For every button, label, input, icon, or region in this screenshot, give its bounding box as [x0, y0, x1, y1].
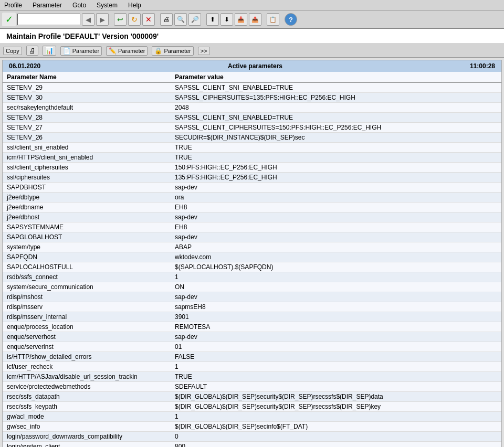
param-name-cell: system/secure_communication [3, 282, 171, 292]
table-row[interactable]: SAPFQDNwktodev.com [3, 252, 501, 262]
menu-goto[interactable]: Goto [70, 1, 88, 9]
table-row[interactable]: system/secure_communicationON [3, 282, 501, 292]
table-row[interactable]: rsec/ssfs_keypath$(DIR_GLOBAL)$(DIR_SEP)… [3, 402, 501, 412]
table-row[interactable]: ssl/client_sni_enabledTRUE [3, 143, 501, 153]
command-input[interactable] [17, 14, 80, 25]
table-row[interactable]: icm/HTTPS/client_sni_enabledTRUE [3, 153, 501, 163]
table-row[interactable]: gw/acl_mode1 [3, 412, 501, 422]
table-row[interactable]: icm/HTTP/ASJava/disable_url_session_trac… [3, 372, 501, 382]
param-name-cell: gw/sec_info [3, 422, 171, 432]
param-name-cell: icm/HTTPS/client_sni_enabled [3, 153, 171, 163]
find1-button[interactable]: 🔍 [174, 13, 187, 26]
param-value-cell: 3901 [171, 312, 501, 322]
param-value-cell: SDEFAULT [171, 382, 501, 392]
param-icon2: ✏️ [109, 47, 117, 55]
table-row[interactable]: rsec/ssfs_datapath$(DIR_GLOBAL)$(DIR_SEP… [3, 392, 501, 402]
upload-button[interactable]: ⬆ [206, 13, 219, 26]
parameter-btn1[interactable]: 📄 Parameter [60, 46, 102, 56]
table-row[interactable]: ssl/ciphersuites135:PFS:HIGH::EC_P256:EC… [3, 173, 501, 183]
table-row[interactable]: j2ee/dbhostsap-dev [3, 212, 501, 222]
param-value-cell: $(DIR_GLOBAL)$(DIR_SEP)secinfo$(FT_DAT) [171, 422, 501, 432]
table-row[interactable]: enque/serverhostsap-dev [3, 332, 501, 342]
bookmark-button[interactable]: 📋 [267, 13, 279, 26]
param-value-cell: 150:PFS:HIGH::EC_P256:EC_HIGH [171, 163, 501, 173]
param-name-cell: SAPDBHOST [3, 183, 171, 193]
param-value-cell: SECUDIR=$(DIR_INSTANCE)$(DIR_SEP)sec [171, 133, 501, 143]
more-button[interactable]: >> [198, 47, 210, 55]
menu-parameter[interactable]: Parameter [30, 1, 64, 9]
table-row[interactable]: ssl/client_ciphersuites150:PFS:HIGH::EC_… [3, 163, 501, 173]
param-name-cell: SAPLOCALHOSTFULL [3, 262, 171, 272]
copy-button[interactable]: Copy [3, 47, 22, 55]
action-btn3[interactable]: 📊 [43, 46, 56, 56]
parameter-table: Parameter Name Parameter value SETENV_29… [3, 72, 501, 447]
table-row[interactable]: SAPDBHOSTsap-dev [3, 183, 501, 193]
table-row[interactable]: is/HTTP/show_detailed_errorsFALSE [3, 352, 501, 362]
action-bar: Copy 🖨 📊 📄 Parameter ✏️ Parameter 🔒 Para… [0, 44, 504, 58]
table-row[interactable]: j2ee/dbtypeora [3, 193, 501, 203]
table-row[interactable]: login/password_downwards_compatibility0 [3, 432, 501, 442]
param-name-cell: SETENV_28 [3, 113, 171, 123]
table-row[interactable]: rdisp/msservsapmsEH8 [3, 302, 501, 312]
param-name-cell: SETENV_29 [3, 83, 171, 93]
action-btn2[interactable]: 🖨 [26, 46, 38, 56]
table-row[interactable]: rsdb/ssfs_connect1 [3, 272, 501, 282]
ok-button[interactable]: ✓ [2, 13, 16, 26]
param-name-cell: enque/process_location [3, 322, 171, 332]
param-name-cell: j2ee/dbtype [3, 193, 171, 203]
table-row[interactable]: SETENV_26SECUDIR=$(DIR_INSTANCE)$(DIR_SE… [3, 133, 501, 143]
table-row[interactable]: SETENV_29SAPSSL_CLIENT_SNI_ENABLED=TRUE [3, 83, 501, 93]
download3-button[interactable]: 📤 [249, 13, 261, 26]
refresh-button[interactable]: ↻ [128, 13, 141, 26]
param-value-cell: SAPSSL_CLIENT_CIPHERSUITES=150:PFS:HIGH:… [171, 123, 501, 133]
table-row[interactable]: SAPLOCALHOSTFULL$(SAPLOCALHOST).$(SAPFQD… [3, 262, 501, 272]
table-row[interactable]: j2ee/dbnameEH8 [3, 203, 501, 212]
param-name-cell: SAPFQDN [3, 252, 171, 262]
table-row[interactable]: SETENV_28SAPSSL_CLIENT_SNI_ENABLED=TRUE [3, 113, 501, 123]
nav-forward-button[interactable]: ▶ [96, 13, 109, 26]
param-value-cell: SAPSSL_CLIENT_SNI_ENABLED=TRUE [171, 113, 501, 123]
download1-button[interactable]: ⬇ [220, 13, 233, 26]
menu-system[interactable]: System [94, 1, 120, 9]
table-row[interactable]: system/typeABAP [3, 242, 501, 252]
table-row[interactable]: rdisp/msserv_internal3901 [3, 312, 501, 322]
find2-button[interactable]: 🔎 [188, 13, 201, 26]
param-name-cell: rsdb/ssfs_connect [3, 272, 171, 282]
param-value-cell: 2048 [171, 103, 501, 113]
undo-button[interactable]: ↩ [114, 13, 127, 26]
param-value-cell: 1 [171, 272, 501, 282]
date-value: 06.01.2020 [9, 62, 40, 70]
param-name-cell: is/HTTP/show_detailed_errors [3, 352, 171, 362]
table-row[interactable]: SAPSYSTEMNAMEEH8 [3, 222, 501, 232]
parameter-btn2[interactable]: ✏️ Parameter [106, 46, 148, 56]
nav-back-button[interactable]: ◀ [82, 13, 94, 26]
param-value-cell: REMOTESA [171, 322, 501, 332]
menu-profile[interactable]: Profile [2, 1, 24, 9]
param-value-cell: 1 [171, 412, 501, 422]
param-label1: Parameter [72, 48, 99, 54]
table-row[interactable]: SAPGLOBALHOSTsap-dev [3, 232, 501, 242]
table-row[interactable]: sec/rsakeylengthdefault2048 [3, 103, 501, 113]
help-button[interactable]: ? [285, 13, 297, 26]
table-row[interactable]: enque/serverinst01 [3, 342, 501, 352]
stop-button[interactable]: ✕ [142, 13, 155, 26]
param-name-cell: rdisp/mshost [3, 292, 171, 302]
parameter-btn3[interactable]: 🔒 Parameter [152, 46, 193, 56]
menu-help[interactable]: Help [126, 1, 143, 9]
param-value-cell: sap-dev [171, 212, 501, 222]
table-row[interactable]: SETENV_30SAPSSL_CIPHERSUITES=135:PFS:HIG… [3, 93, 501, 103]
param-name-cell: icm/HTTP/ASJava/disable_url_session_trac… [3, 372, 171, 382]
table-row[interactable]: rdisp/mshostsap-dev [3, 292, 501, 302]
table-row[interactable]: gw/sec_info$(DIR_GLOBAL)$(DIR_SEP)secinf… [3, 422, 501, 432]
param-name-cell: rsec/ssfs_keypath [3, 402, 171, 412]
table-row[interactable]: enque/process_locationREMOTESA [3, 322, 501, 332]
download2-button[interactable]: 📥 [235, 13, 247, 26]
table-row[interactable]: SETENV_27SAPSSL_CLIENT_CIPHERSUITES=150:… [3, 123, 501, 133]
table-row[interactable]: service/protectedwebmethodsSDEFAULT [3, 382, 501, 392]
param-value-cell: 0 [171, 432, 501, 442]
date-header: 06.01.2020 Active parameters 11:00:28 [3, 60, 501, 72]
table-row[interactable]: icf/user_recheck1 [3, 362, 501, 372]
print-button[interactable]: 🖨 [160, 13, 173, 26]
table-row[interactable]: login/system_client800 [3, 442, 501, 448]
param-value-cell: $(DIR_GLOBAL)$(DIR_SEP)security$(DIR_SEP… [171, 402, 501, 412]
